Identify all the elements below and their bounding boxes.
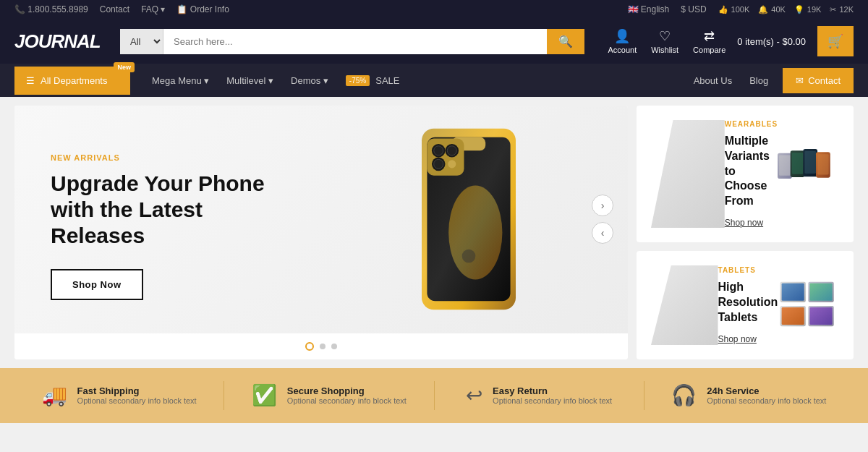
nav-bar: ☰ All Departments New Mega Menu ▾ Multil… — [0, 64, 868, 97]
phone-number: 📞 1.800.555.8989 — [14, 4, 88, 14]
secure-shopping-icon: ✅ — [252, 383, 277, 407]
info-24h-service: 🎧 24h Service Optional secondary info bl… — [644, 383, 854, 407]
tablets-text: TABLETS High Resolution Tablets Shop now — [718, 266, 778, 344]
hero-inner: NEW ARRIVALS Upgrade Your Phone with the… — [14, 106, 628, 333]
hero-dot-3[interactable] — [331, 344, 337, 349]
wearables-shop-link[interactable]: Shop now — [725, 218, 763, 228]
hero-tag: NEW ARRIVALS — [51, 153, 592, 162]
tablets-tag: TABLETS — [718, 266, 778, 274]
header: JOURNAL All 🔍 👤 Account ♡ Wishlist ⇄ Com… — [0, 19, 868, 64]
shop-now-button[interactable]: Shop Now — [51, 269, 143, 300]
account-button[interactable]: 👤 Account — [608, 28, 637, 54]
contact-link[interactable]: Contact — [100, 4, 129, 14]
social-stats: 👍 100K 🔔 40K 💡 19K ✂ 12K — [718, 5, 854, 14]
currency-selector[interactable]: $ USD — [681, 4, 706, 14]
tablets-image — [778, 274, 839, 336]
info-secure-shopping: ✅ Secure Shopping Optional secondary inf… — [224, 383, 433, 407]
secure-shopping-sub: Optional secondary info block text — [287, 396, 407, 405]
order-info-link[interactable]: 📋 Order Info — [176, 4, 229, 14]
info-easy-return: ↩ Easy Return Optional secondary info bl… — [435, 383, 644, 407]
hero-dots — [14, 333, 628, 359]
hero-dot-1[interactable] — [305, 342, 314, 351]
info-fast-shipping: 🚚 Fast Shipping Optional secondary info … — [14, 383, 224, 407]
nav-right: About Us Blog ✉ Contact — [691, 67, 854, 95]
fast-shipping-icon: 🚚 — [42, 383, 67, 407]
blog-link[interactable]: Blog — [746, 67, 771, 95]
heart-icon: ♡ — [659, 28, 671, 44]
hero-prev-button[interactable]: ‹ — [592, 222, 613, 244]
svg-rect-28 — [810, 308, 833, 325]
top-bar-left: 📞 1.800.555.8989 Contact FAQ ▾ 📋 Order I… — [14, 4, 229, 14]
hero-title: Upgrade Your Phone with the Latest Relea… — [51, 171, 297, 249]
wishlist-button[interactable]: ♡ Wishlist — [651, 28, 678, 54]
compare-icon: ⇄ — [704, 28, 715, 44]
wearables-image — [778, 145, 839, 202]
stat-cuts: ✂ 12K — [830, 5, 854, 14]
header-actions: 👤 Account ♡ Wishlist ⇄ Compare — [608, 28, 726, 54]
search-button[interactable]: 🔍 — [547, 29, 584, 54]
tablets-title: High Resolution Tablets — [718, 280, 778, 325]
easy-return-icon: ↩ — [466, 383, 482, 407]
nav-multilevel[interactable]: Multilevel ▾ — [219, 67, 281, 95]
fast-shipping-title: Fast Shipping — [77, 385, 197, 396]
hero-next-button[interactable]: › — [592, 195, 613, 216]
hero-text: NEW ARRIVALS Upgrade Your Phone with the… — [51, 153, 592, 300]
hero-dot-2[interactable] — [320, 344, 326, 349]
main-content: NEW ARRIVALS Upgrade Your Phone with the… — [0, 97, 868, 368]
faq-link[interactable]: FAQ ▾ — [141, 4, 165, 14]
svg-rect-16 — [792, 153, 804, 175]
language-selector[interactable]: 🇬🇧 English — [628, 4, 670, 14]
cart-button[interactable]: 🛒 — [817, 26, 854, 56]
stat-likes: 👍 100K — [718, 5, 750, 14]
stat-followers: 🔔 40K — [758, 5, 786, 14]
panel-background-2 — [651, 265, 718, 345]
wearables-panel: WEARABLES Multiple Variants to Choose Fr… — [637, 106, 854, 242]
svg-rect-14 — [779, 155, 791, 176]
nav-mega-menu[interactable]: Mega Menu ▾ — [145, 67, 216, 95]
wearables-title: Multiple Variants to Choose From — [725, 134, 778, 209]
side-panels: WEARABLES Multiple Variants to Choose Fr… — [637, 106, 854, 359]
search-category-select[interactable]: All — [120, 29, 163, 54]
all-departments-button[interactable]: ☰ All Departments New — [14, 67, 130, 95]
new-badge: New — [114, 62, 135, 72]
tablets-panel: TABLETS High Resolution Tablets Shop now — [637, 251, 854, 359]
easy-return-sub: Optional secondary info block text — [493, 396, 612, 405]
svg-rect-24 — [810, 283, 833, 301]
top-bar: 📞 1.800.555.8989 Contact FAQ ▾ 📋 Order I… — [0, 0, 868, 19]
wearables-text: WEARABLES Multiple Variants to Choose Fr… — [725, 120, 778, 228]
account-icon: 👤 — [614, 28, 630, 44]
fast-shipping-sub: Optional secondary info block text — [77, 396, 197, 405]
search-bar: All 🔍 — [120, 29, 584, 54]
cart-total: 0 item(s) - $0.00 — [737, 36, 806, 47]
svg-rect-20 — [817, 155, 829, 175]
secure-shopping-title: Secure Shopping — [287, 385, 407, 396]
wearables-tag: WEARABLES — [725, 120, 778, 128]
easy-return-title: Easy Return — [493, 385, 612, 396]
panel-background — [651, 120, 725, 228]
top-bar-right: 🇬🇧 English $ USD 👍 100K 🔔 40K 💡 19K ✂ 12… — [628, 4, 854, 14]
logo[interactable]: JOURNAL — [14, 30, 101, 53]
svg-rect-26 — [782, 308, 804, 325]
about-us-link[interactable]: About Us — [691, 67, 735, 95]
tablets-shop-link[interactable]: Shop now — [718, 334, 757, 344]
hero-section: NEW ARRIVALS Upgrade Your Phone with the… — [14, 106, 628, 359]
contact-button[interactable]: ✉ Contact — [783, 68, 854, 93]
nav-links: Mega Menu ▾ Multilevel ▾ Demos ▾ -75%SAL… — [145, 67, 691, 95]
svg-rect-22 — [782, 283, 804, 301]
search-input[interactable] — [163, 29, 547, 54]
stat-pins: 💡 19K — [794, 5, 822, 14]
nav-sale[interactable]: -75%SALE — [339, 67, 407, 95]
hero-navigation: › ‹ — [592, 195, 613, 244]
service-title: 24h Service — [707, 385, 826, 396]
nav-demos[interactable]: Demos ▾ — [284, 67, 336, 95]
service-icon: 🎧 — [671, 383, 697, 407]
sale-badge: -75% — [346, 75, 370, 86]
cart-area: 0 item(s) - $0.00 🛒 — [737, 26, 854, 56]
svg-rect-18 — [805, 151, 817, 174]
service-sub: Optional secondary info block text — [707, 396, 826, 405]
compare-button[interactable]: ⇄ Compare — [693, 28, 726, 54]
info-bar: 🚚 Fast Shipping Optional secondary info … — [0, 368, 868, 423]
